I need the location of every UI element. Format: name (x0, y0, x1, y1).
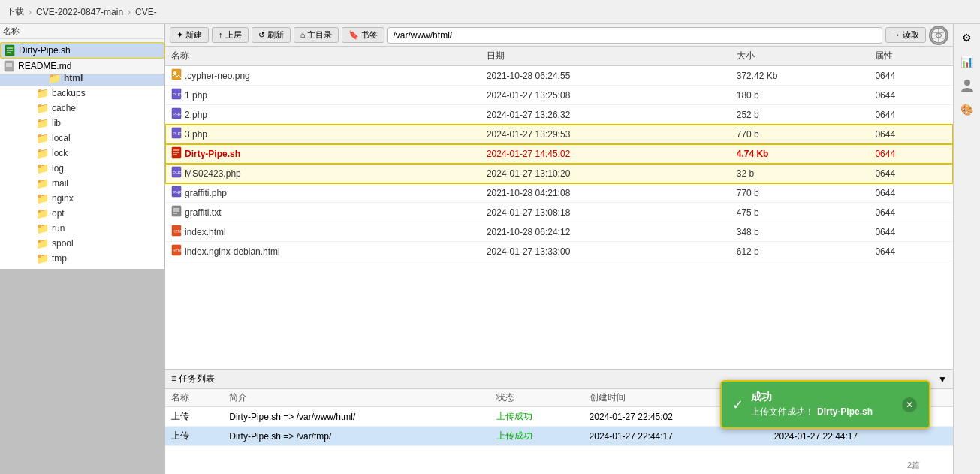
file-date-cell: 2021-10-28 06:24:55 (481, 66, 731, 86)
col-name[interactable]: 名称 (165, 47, 481, 66)
file-type-icon: PHP (171, 186, 182, 200)
task-row[interactable]: 上传Dirty-Pipe.sh => /var/tmp/上传成功2024-01-… (165, 427, 953, 446)
file-type-icon: PHP (171, 88, 182, 102)
file-name-cell: graffiti.txt (165, 203, 481, 222)
local-file-list: Dirty-Pipe.shREADME.md (0, 42, 164, 74)
svg-rect-9 (172, 69, 181, 80)
tree-item-backups[interactable]: 📁 backups (0, 86, 164, 101)
tree-item-lib[interactable]: 📁 lib (0, 116, 164, 131)
file-name-cell: PHP1.php (165, 86, 481, 105)
tree-item-lock[interactable]: 📁 lock (0, 146, 164, 161)
md-icon (3, 60, 15, 72)
task-cell-name: 上传 (165, 407, 223, 427)
file-table-body: .cypher-neo.png2021-10-28 06:24:55372.42… (165, 66, 953, 261)
svg-text:PHP: PHP (173, 131, 182, 136)
file-attr-cell: 0644 (869, 203, 953, 222)
file-date-cell: 2021-10-28 04:21:08 (481, 183, 731, 203)
readonly-button[interactable]: → 读取 (885, 27, 926, 43)
tree-item-mail[interactable]: 📁 mail (0, 176, 164, 191)
refresh-button[interactable]: ↺ 刷新 (252, 27, 291, 43)
tree-item-log[interactable]: 📁 log (0, 161, 164, 176)
file-date-cell: 2024-01-27 13:08:18 (481, 203, 731, 222)
svg-text:HTML: HTML (173, 229, 182, 234)
tree-item-local[interactable]: 📁 local (0, 131, 164, 146)
col-date[interactable]: 日期 (481, 47, 731, 66)
table-row[interactable]: Dirty-Pipe.sh2024-01-27 14:45:024.74 Kb0… (165, 144, 953, 164)
col-attr[interactable]: 属性 (869, 47, 953, 66)
toast-close-button[interactable]: ✕ (902, 397, 917, 412)
file-name-cell: PHPMS02423.php (165, 164, 481, 183)
table-row[interactable]: HTMLindex.html2021-10-28 06:24:12348 b06… (165, 222, 953, 242)
task-cell-created: 2024-01-27 22:44:17 (583, 427, 768, 446)
svg-text:PHP: PHP (173, 112, 182, 116)
file-table: 名称 日期 大小 属性 .cypher-neo.png2021-10-28 06… (165, 47, 953, 261)
sidebar-icon-chart[interactable]: 📊 (957, 51, 978, 72)
breadcrumb-sub[interactable]: CVE- (135, 7, 157, 17)
task-title: ≡ 任务列表 (171, 373, 215, 385)
file-size-cell: 348 b (731, 222, 870, 242)
task-expand-icon[interactable]: ▼ (938, 374, 947, 385)
tree-item-tmp[interactable]: 📁 tmp (0, 251, 164, 266)
breadcrumb-folder[interactable]: CVE-2022-0847-main (36, 7, 123, 17)
file-date-cell: 2021-10-28 06:24:12 (481, 222, 731, 242)
file-attr-cell: 0644 (869, 125, 953, 144)
file-attr-cell: 0644 (869, 86, 953, 105)
home-button[interactable]: ⌂ 主目录 (294, 27, 339, 43)
sidebar-icon-settings[interactable]: ⚙ (957, 27, 978, 48)
sidebar-icon-user[interactable] (957, 75, 978, 96)
file-name-cell: HTMLindex.nginx-debian.html (165, 242, 481, 261)
file-size-cell: 612 b (731, 242, 870, 261)
sidebar-icon-palette[interactable]: 🎨 (957, 99, 978, 120)
file-attr-cell: 0644 (869, 144, 953, 164)
tree-item-opt[interactable]: 📁 opt (0, 206, 164, 221)
task-cell-completed: 2024-01-27 22:44:17 (768, 427, 953, 446)
table-row[interactable]: PHPgraffiti.php2021-10-28 04:21:08770 b0… (165, 183, 953, 203)
col-size[interactable]: 大小 (731, 47, 870, 66)
tree-item-nginx[interactable]: 📁 nginx (0, 191, 164, 206)
local-file-item[interactable]: README.md (0, 59, 164, 74)
file-name-label: index.nginx-debian.html (185, 246, 280, 257)
file-type-icon (171, 205, 182, 219)
local-file-item[interactable]: Dirty-Pipe.sh (0, 42, 164, 59)
table-row[interactable]: PHPMS02423.php2024-01-27 13:10:2032 b064… (165, 164, 953, 183)
table-row[interactable]: PHP1.php2024-01-27 13:25:08180 b0644 (165, 86, 953, 105)
file-type-icon: PHP (171, 127, 182, 141)
script-icon (4, 44, 16, 56)
file-type-icon: HTML (171, 225, 182, 239)
file-attr-cell: 0644 (869, 222, 953, 242)
file-name-label: graffiti.php (185, 188, 227, 198)
file-name-label: 2.php (185, 110, 207, 120)
table-row[interactable]: .cypher-neo.png2021-10-28 06:24:55372.42… (165, 66, 953, 86)
toast-check-icon: ✓ (732, 397, 743, 413)
breadcrumb-download[interactable]: 下载 (6, 5, 24, 18)
page-count: 2篇 (907, 460, 920, 471)
task-col-status: 状态 (490, 389, 583, 407)
file-name-cell: PHPgraffiti.php (165, 183, 481, 203)
tree-item-run[interactable]: 📁 run (0, 221, 164, 236)
tree-item-spool[interactable]: 📁 spool (0, 236, 164, 251)
toast-notification: ✓ 成功 上传文件成功！Dirty-Pipe.sh ✕ (720, 380, 930, 429)
local-file-name: README.md (18, 61, 71, 71)
bookmark-button[interactable]: 🔖 书签 (342, 27, 384, 43)
file-name-label: MS02423.php (185, 168, 241, 179)
file-type-icon: HTML (171, 244, 182, 258)
path-input[interactable] (387, 27, 882, 44)
right-sidebar: ⚙ 📊 🎨 (953, 24, 980, 474)
file-type-icon: PHP (171, 166, 182, 180)
tree-item-cache[interactable]: 📁 cache (0, 101, 164, 116)
table-row[interactable]: PHP3.php2024-01-27 13:29:53770 b0644 (165, 125, 953, 144)
file-size-cell: 32 b (731, 164, 870, 183)
file-name-cell: Dirty-Pipe.sh (165, 144, 481, 164)
new-button[interactable]: ✦ 新建 (170, 27, 209, 43)
table-row[interactable]: PHP2.php2024-01-27 13:26:32252 b0644 (165, 105, 953, 125)
toast-subtitle: 上传文件成功！Dirty-Pipe.sh (751, 406, 873, 418)
table-row[interactable]: graffiti.txt2024-01-27 13:08:18475 b0644 (165, 203, 953, 222)
file-size-cell: 770 b (731, 125, 870, 144)
file-name-label: Dirty-Pipe.sh (185, 149, 240, 159)
table-row[interactable]: HTMLindex.nginx-debian.html2024-01-27 13… (165, 242, 953, 261)
svg-text:PHP: PHP (173, 190, 182, 195)
up-button[interactable]: ↑ 上层 (212, 27, 249, 43)
file-table-container: 名称 日期 大小 属性 .cypher-neo.png2021-10-28 06… (165, 47, 953, 369)
file-type-icon: PHP (171, 107, 182, 122)
file-name-cell: PHP2.php (165, 105, 481, 125)
